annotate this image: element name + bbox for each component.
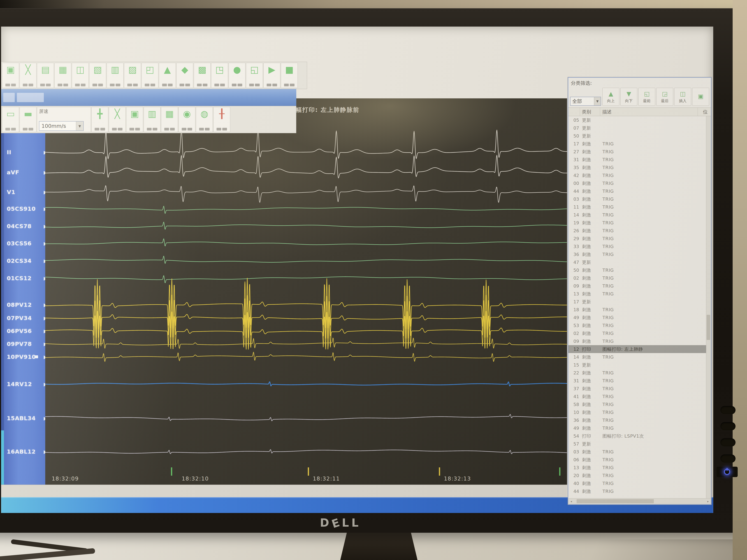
event-row[interactable]: 42刺激TRIG [568, 171, 706, 179]
event-row[interactable]: 31刺激TRIG [568, 377, 706, 384]
channel-row-10PV910[interactable]: 10PV910▶ [4, 351, 48, 363]
toolbar-button[interactable]: ▨ [124, 63, 141, 88]
vertical-scrollbar[interactable] [706, 116, 711, 498]
toolbar-button[interactable]: ▥ [107, 63, 124, 88]
event-row[interactable]: 09刺激TRIG [568, 282, 706, 290]
event-row[interactable]: 10刺激TRIG [568, 408, 706, 416]
osd-button[interactable] [720, 406, 736, 414]
event-row[interactable]: 14刺激TRIG [568, 211, 706, 219]
chevron-down-icon[interactable]: ▼ [76, 122, 83, 131]
event-row[interactable]: 44刺激TRIG [568, 187, 706, 195]
toolbar-button[interactable]: ▤ [37, 63, 54, 88]
panel-button[interactable]: ▲向上 [602, 88, 619, 106]
event-row[interactable]: 36刺激TRIG [568, 416, 706, 424]
event-row[interactable]: 57更新 [568, 440, 706, 448]
channel-row-aVF[interactable]: aVF▶ [4, 166, 48, 178]
event-row[interactable]: 36刺激TRIG [568, 250, 706, 258]
panel-button[interactable]: ▣ [692, 88, 709, 106]
event-row[interactable]: 19刺激TRIG [568, 219, 706, 227]
panel-button[interactable]: ◲最后 [656, 88, 673, 106]
event-row[interactable]: 50刺激TRIG [568, 266, 706, 274]
event-row[interactable]: 37刺激TRIG [568, 384, 706, 393]
channel-row-06PV56[interactable]: 06PV56▶ [4, 325, 48, 337]
toolbar-button[interactable]: ▥ [144, 107, 160, 132]
toolbar-button[interactable]: ╂ [213, 107, 230, 132]
channel-row-03CS56[interactable]: 03CS56▶ [4, 238, 48, 249]
event-row[interactable]: 20刺激TRIG [568, 472, 706, 479]
event-row[interactable]: 31刺激TRIG [568, 156, 706, 163]
titlebar-control[interactable] [3, 93, 15, 102]
event-row[interactable]: 40刺激TRIG [568, 479, 706, 487]
event-row[interactable]: 09刺激TRIG [568, 337, 706, 345]
channel-row-05CS910[interactable]: 05CS910▶ [4, 203, 48, 214]
toolbar-button[interactable]: ◰ [141, 63, 158, 88]
event-row[interactable]: 18刺激TRIG [568, 306, 706, 314]
panel-button[interactable]: ◱最前 [638, 88, 655, 106]
toolbar-button[interactable]: ▩ [194, 63, 211, 88]
event-row[interactable]: 13刺激TRIG [568, 290, 706, 298]
channel-row-07PV34[interactable]: 07PV34▶ [4, 312, 48, 324]
toolbar-button[interactable]: ▦ [161, 107, 178, 132]
event-row[interactable]: 49刺激TRIG [568, 314, 706, 321]
event-row[interactable]: 17刺激TRIG [568, 140, 706, 148]
osd-button[interactable] [720, 438, 736, 447]
horizontal-scrollbar[interactable]: ◂ ▸ [568, 498, 711, 504]
toolbar-button[interactable]: ▣ [2, 63, 19, 88]
toolbar-button[interactable]: ◍ [196, 107, 213, 132]
filter-select[interactable]: 全部 ▼ [570, 97, 601, 106]
chevron-down-icon[interactable]: ▼ [594, 97, 601, 105]
channel-row-II[interactable]: II▶ [4, 146, 48, 158]
event-row[interactable]: 33刺激TRIG [568, 242, 706, 250]
event-row[interactable]: 35刺激TRIG [568, 163, 706, 171]
event-row[interactable]: 29刺激TRIG [568, 235, 706, 242]
event-row[interactable]: 41刺激TRIG [568, 393, 706, 400]
event-row[interactable]: 54打印图幅打印: LSPV1次 [568, 432, 706, 440]
panel-button[interactable]: ◫插入 [674, 88, 691, 106]
horizontal-scroll-thumb[interactable] [576, 499, 654, 503]
event-row[interactable]: 47更新 [568, 258, 706, 266]
window-titlebar[interactable] [1, 89, 296, 106]
titlebar-control[interactable] [17, 93, 44, 102]
event-row[interactable]: 49刺激TRIG [568, 424, 706, 432]
event-row[interactable]: 03刺激TRIG [568, 195, 706, 203]
channel-row-15ABL34[interactable]: 15ABL34▶ [4, 412, 48, 424]
channel-row-V1[interactable]: V1▶ [4, 186, 48, 198]
toolbar-button[interactable]: ╳ [109, 107, 126, 132]
event-row[interactable]: 50更新 [568, 132, 706, 140]
event-row[interactable]: 06刺激TRIG [568, 456, 706, 463]
osd-button[interactable] [720, 422, 736, 430]
event-row[interactable]: 02刺激TRIG [568, 329, 706, 337]
event-row[interactable]: 00刺激TRIG [568, 179, 706, 187]
toolbar-button[interactable]: ▶ [263, 63, 280, 88]
scroll-right-icon[interactable]: ▸ [705, 499, 711, 504]
toolbar-button[interactable]: ◉ [179, 107, 196, 132]
event-row[interactable]: 44刺激TRIG [568, 487, 706, 495]
scroll-left-icon[interactable]: ◂ [568, 499, 574, 504]
event-row[interactable]: 12打印图幅打印: 左上肺静 [568, 345, 706, 353]
toolbar-button[interactable]: ◫ [72, 63, 89, 88]
toolbar-button[interactable]: ▬ [20, 107, 36, 132]
toolbar-button[interactable]: ▣ [126, 107, 143, 132]
toolbar-button[interactable]: ■ [281, 63, 298, 88]
toolbar-button[interactable]: ● [229, 63, 246, 88]
vertical-scroll-thumb[interactable] [706, 315, 710, 340]
channel-row-16ABL12[interactable]: 16ABL12▶ [4, 446, 48, 457]
channel-row-09PV78[interactable]: 09PV78▶ [4, 338, 48, 350]
panel-button[interactable]: ▼向下 [620, 88, 637, 106]
osd-button[interactable] [720, 454, 736, 463]
event-row[interactable]: 03刺激TRIG [568, 448, 706, 456]
sweep-speed-select[interactable]: 100mm/s ▼ [39, 121, 84, 131]
event-row[interactable]: 13刺激TRIG [568, 463, 706, 472]
event-row[interactable]: 11刺激TRIG [568, 203, 706, 211]
event-row[interactable]: 17更新 [568, 298, 706, 306]
event-row[interactable]: 02刺激TRIG [568, 274, 706, 282]
toolbar-button[interactable]: ╋ [92, 107, 108, 132]
channel-row-01CS12[interactable]: 01CS12▶ [4, 272, 48, 284]
channel-row-14RV12[interactable]: 14RV12▶ [4, 378, 48, 390]
toolbar-button[interactable]: ▦ [54, 63, 71, 88]
toolbar-button[interactable]: ◱ [246, 63, 263, 88]
channel-row-04CS78[interactable]: 04CS78▶ [4, 220, 48, 232]
event-row[interactable]: 22刺激TRIG [568, 369, 706, 377]
event-row[interactable]: 58刺激TRIG [568, 400, 706, 408]
event-row[interactable]: 14刺激TRIG [568, 353, 706, 361]
